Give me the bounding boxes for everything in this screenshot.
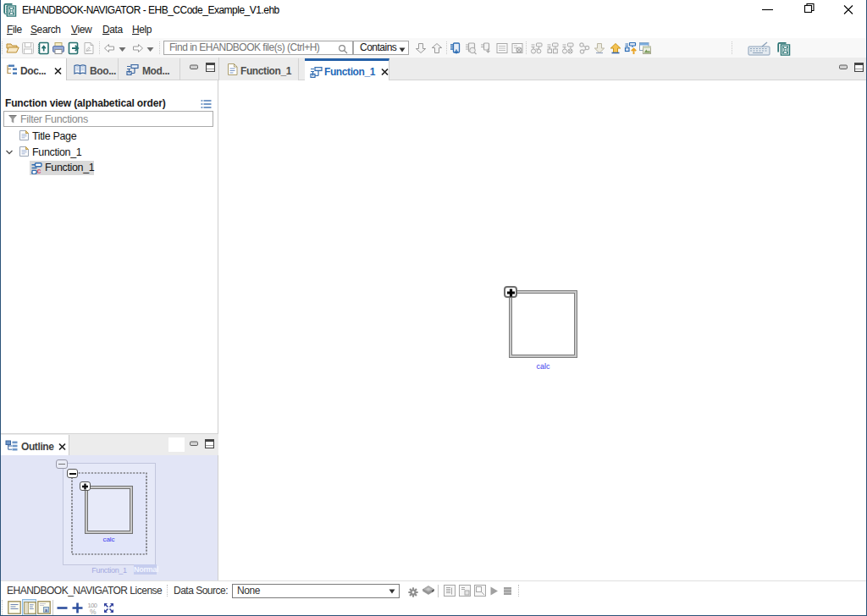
svg-text:c: c xyxy=(37,167,41,174)
svg-text:%: % xyxy=(90,608,97,615)
